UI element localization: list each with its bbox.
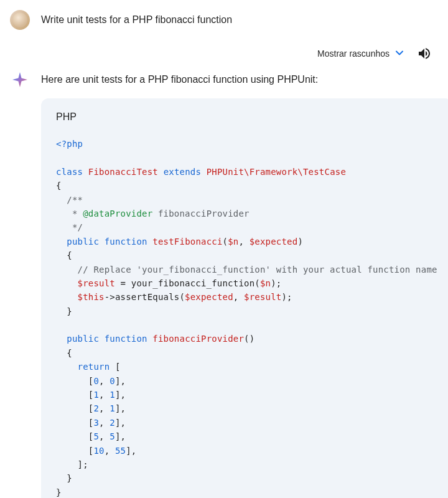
user-avatar: [10, 10, 30, 30]
assistant-intro-text: Here are unit tests for a PHP fibonacci …: [41, 72, 448, 87]
assistant-content: Here are unit tests for a PHP fibonacci …: [41, 70, 448, 498]
show-drafts-label: Mostrar rascunhos: [317, 49, 390, 59]
code-language-label: PHP: [41, 98, 448, 131]
chevron-down-icon: [393, 47, 406, 61]
speaker-icon: [417, 46, 432, 61]
code-body[interactable]: <?php class FibonacciTest extends PHPUni…: [41, 131, 448, 498]
show-drafts-button[interactable]: Mostrar rascunhos: [317, 47, 406, 61]
code-block: PHP <?php class FibonacciTest extends PH…: [41, 98, 448, 498]
sparkle-icon: [11, 71, 29, 88]
assistant-avatar: [10, 70, 30, 90]
read-aloud-button[interactable]: [417, 46, 432, 61]
response-actions-row: Mostrar rascunhos: [10, 42, 438, 70]
user-prompt-text: Write unit tests for a PHP fibonacci fun…: [41, 10, 438, 27]
user-message-row: Write unit tests for a PHP fibonacci fun…: [10, 10, 438, 30]
assistant-message-row: Here are unit tests for a PHP fibonacci …: [10, 70, 438, 498]
